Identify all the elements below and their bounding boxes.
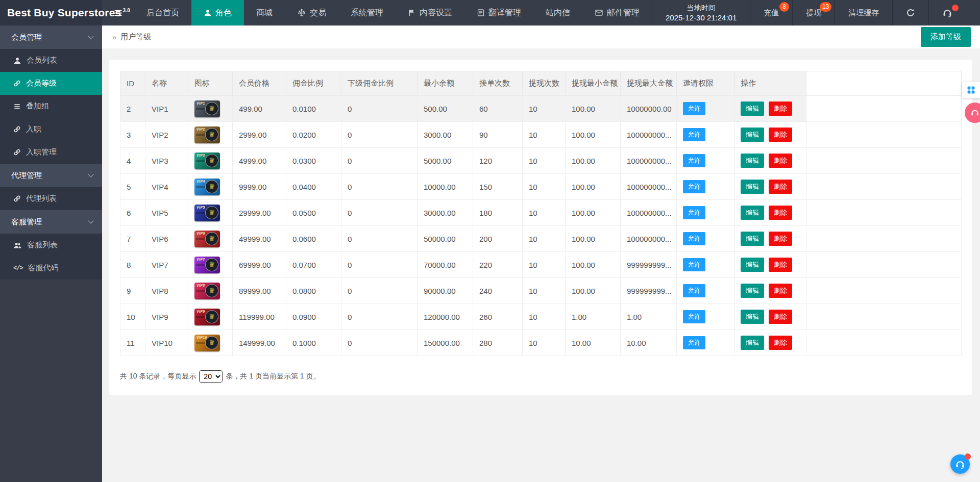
- recharge-button[interactable]: 充值 8: [750, 0, 792, 26]
- cell-icon: VIP1♛: [188, 96, 233, 122]
- allow-button[interactable]: 允许: [683, 258, 705, 271]
- cell-name: VIP4: [145, 174, 188, 200]
- floating-service-button[interactable]: [950, 454, 970, 474]
- allow-button[interactable]: 允许: [683, 128, 705, 141]
- cell-id: 11: [120, 330, 145, 356]
- cell-wd_times: 10: [523, 200, 566, 226]
- sidebar-item-service-list[interactable]: 客服列表: [0, 234, 102, 257]
- hamburger-icon: [113, 8, 123, 18]
- vip-badge-stripe: [196, 316, 205, 318]
- topnav-item-mall[interactable]: 商城: [244, 0, 285, 26]
- delete-button[interactable]: 删除: [769, 310, 792, 324]
- support-button[interactable]: [928, 0, 966, 26]
- admin-menu[interactable]: admin: [966, 0, 980, 26]
- delete-button[interactable]: 删除: [769, 232, 792, 246]
- table-row: 8VIP7VIP7♛69999.000.0700070000.002201010…: [120, 252, 962, 278]
- sidebar-group-member-manage[interactable]: 会员管理: [0, 26, 102, 49]
- cell-min_balance: 10000.00: [418, 174, 473, 200]
- sidebar-item-agent-list[interactable]: 代理列表: [0, 187, 102, 210]
- allow-button[interactable]: 允许: [683, 154, 705, 167]
- sidebar-item-stack-group[interactable]: 叠加组: [0, 95, 102, 118]
- allow-button[interactable]: 允许: [683, 232, 705, 245]
- column-header-filler: [806, 71, 962, 96]
- sidebar-item-label: 会员等级: [26, 79, 57, 88]
- cell-wd_times: 10: [523, 148, 566, 174]
- sidebar-item-label: 入职管理: [26, 147, 57, 157]
- collapse-menu-button[interactable]: [102, 0, 134, 26]
- edit-button[interactable]: 编辑: [741, 284, 764, 298]
- top-nav-right: 当地时间 2025-12-30 21:24:01 充值 8 提现 13 清理缓存: [652, 0, 980, 26]
- delete-button[interactable]: 删除: [769, 180, 792, 194]
- column-header-12: 操作: [734, 71, 806, 96]
- allow-button[interactable]: 允许: [683, 336, 705, 349]
- topnav-item-roles[interactable]: 角色: [191, 0, 244, 26]
- cell-rate: 0.0200: [286, 122, 341, 148]
- withdraw-button[interactable]: 提现 13: [792, 0, 835, 26]
- sidebar-item-service-code[interactable]: </>客服代码: [0, 257, 102, 280]
- allow-button[interactable]: 允许: [683, 206, 705, 219]
- cell-wd_times: 10: [523, 174, 566, 200]
- page-size-select[interactable]: 20: [199, 370, 223, 383]
- sidebar-group-agent-manage[interactable]: 代理管理: [0, 164, 102, 187]
- add-level-button[interactable]: 添加等级: [921, 27, 971, 47]
- edit-button[interactable]: 编辑: [741, 206, 764, 220]
- cell-allow: 允许: [677, 330, 734, 356]
- vip-badge-label: VIP5: [197, 206, 205, 209]
- topnav-item-home[interactable]: 后台首页: [134, 0, 191, 26]
- delete-button[interactable]: 删除: [769, 102, 792, 116]
- edit-button[interactable]: 编辑: [741, 232, 764, 246]
- recharge-badge: 8: [779, 2, 789, 12]
- side-panel-toggle-button[interactable]: [962, 82, 980, 98]
- vip-badge-label: VIP7: [197, 258, 205, 261]
- crown-icon: ♛: [209, 183, 215, 190]
- table-body: 2VIP1VIP1♛499.000.01000500.006010100.001…: [120, 96, 962, 356]
- admin-app: Best Buy Superstores 3.0 后台首页角色商城交易系统管理内…: [0, 0, 980, 482]
- edit-button[interactable]: 编辑: [741, 336, 764, 350]
- cell-actions: 编辑删除: [734, 304, 806, 330]
- edit-button[interactable]: 编辑: [741, 310, 764, 324]
- clear-cache-button[interactable]: 清理缓存: [835, 0, 892, 26]
- topnav-item-system[interactable]: 系统管理: [338, 0, 396, 26]
- delete-button[interactable]: 删除: [769, 258, 792, 272]
- sidebar-item-member-level[interactable]: 会员等级: [0, 72, 102, 95]
- cell-id: 9: [120, 278, 145, 304]
- cell-name: VIP10: [145, 330, 188, 356]
- sidebar-group-service-manage[interactable]: 客服管理: [0, 210, 102, 234]
- cell-actions: 编辑删除: [734, 174, 806, 200]
- allow-button[interactable]: 允许: [683, 310, 705, 323]
- local-time: 当地时间 2025-12-30 21:24:01: [652, 0, 750, 26]
- sidebar-item-onboarding[interactable]: 入职: [0, 118, 102, 141]
- top-header: Best Buy Superstores 3.0 后台首页角色商城交易系统管理内…: [0, 0, 980, 26]
- allow-button[interactable]: 允许: [683, 180, 705, 193]
- topnav-item-content[interactable]: 内容设置: [396, 0, 464, 26]
- topnav-item-messages[interactable]: 站内信: [533, 0, 582, 26]
- allow-button[interactable]: 允许: [683, 284, 705, 297]
- record-summary-prefix: 共 10 条记录，每页显示: [120, 372, 196, 381]
- refresh-button[interactable]: [892, 0, 928, 26]
- edit-button[interactable]: 编辑: [741, 154, 764, 168]
- topnav-item-mail[interactable]: 邮件管理: [582, 0, 652, 26]
- topnav-item-trade[interactable]: 交易: [285, 0, 338, 26]
- delete-button[interactable]: 删除: [769, 128, 792, 142]
- cell-id: 3: [120, 122, 145, 148]
- sidebar-item-onboarding-manage[interactable]: 入职管理: [0, 141, 102, 164]
- vip-medal: ♛: [205, 232, 218, 245]
- breadcrumb: » 用户等级: [112, 32, 151, 42]
- edit-button[interactable]: 编辑: [741, 180, 764, 194]
- edit-button[interactable]: 编辑: [741, 128, 764, 142]
- allow-button[interactable]: 允许: [683, 102, 705, 115]
- column-header-9: 提现最小金额: [566, 71, 621, 96]
- cell-min_balance: 3000.00: [418, 122, 473, 148]
- edit-button[interactable]: 编辑: [741, 102, 764, 116]
- delete-button[interactable]: 删除: [769, 284, 792, 298]
- cell-sub_rate: 0: [341, 330, 418, 356]
- delete-button[interactable]: 删除: [769, 336, 792, 350]
- edit-button[interactable]: 编辑: [741, 258, 764, 272]
- topnav-item-translation[interactable]: 翻译管理: [464, 0, 533, 26]
- sidebar-item-label: 叠加组: [26, 102, 49, 111]
- delete-button[interactable]: 删除: [769, 206, 792, 220]
- sidebar-item-member-list[interactable]: 会员列表: [0, 49, 102, 72]
- cell-wd_min: 100.00: [566, 174, 621, 200]
- delete-button[interactable]: 删除: [769, 154, 792, 168]
- table-row: 11VIP10VIP10♛149999.000.10000150000.0028…: [120, 330, 962, 356]
